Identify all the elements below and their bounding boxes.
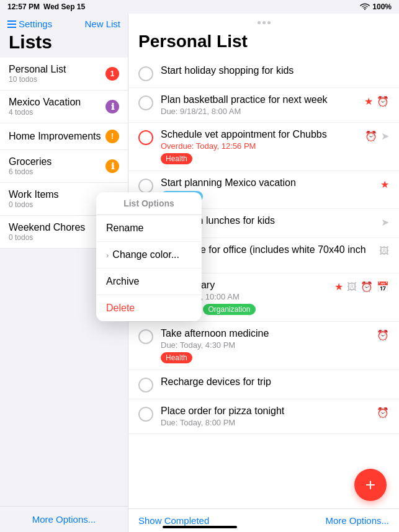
archive-label: Archive [106, 276, 139, 287]
list-item[interactable]: Groceries 6 todos ℹ [0, 150, 128, 183]
send-icon: ➤ [381, 216, 389, 228]
task-item[interactable]: Schedule vet appointment for Chubbs Over… [128, 123, 399, 171]
task-circle[interactable] [138, 66, 153, 81]
sidebar-title: Lists [0, 32, 128, 58]
settings-label: Settings [19, 19, 52, 29]
star-icon[interactable]: ★ [364, 95, 373, 107]
list-name: Mexico Vacation [9, 97, 81, 108]
list-item[interactable]: Home Improvements ! [0, 123, 128, 150]
task-circle[interactable] [138, 407, 153, 422]
show-completed-button[interactable]: Show Completed [138, 515, 209, 526]
list-count: 0 todos [9, 200, 59, 209]
task-actions: ★ 🖼 ⏰ 📅 [334, 281, 389, 293]
task-actions: ➤ [381, 216, 389, 228]
clock-icon: ⏰ [377, 329, 389, 341]
context-menu-header: List Options [96, 192, 202, 215]
context-menu-archive[interactable]: Archive [96, 268, 202, 295]
main-header [128, 14, 399, 29]
task-actions: ★ ⏰ [364, 95, 389, 107]
date: Wed Sep 15 [43, 2, 85, 11]
task-circle[interactable] [138, 329, 153, 344]
task-item[interactable]: Take afternoon medicine Due: Today, 4:30… [128, 322, 399, 370]
svg-point-0 [364, 9, 365, 10]
star-icon[interactable]: ★ [380, 179, 389, 190]
main-footer: Show Completed More Options... [128, 508, 399, 532]
task-due: Due: Today, 4:30 PM [161, 340, 372, 350]
clock-icon: ⏰ [365, 130, 377, 142]
sidebar-footer: More Options... [0, 506, 128, 532]
task-tag: Organization [203, 304, 255, 315]
list-count: 4 todos [9, 108, 81, 117]
task-title: Schedule vet appointment for Chubbs [161, 129, 360, 140]
task-title: Start planning Mexico vacation [161, 177, 375, 188]
list-name: Home Improvements [9, 131, 101, 142]
task-circle[interactable] [138, 179, 153, 193]
list-count: 0 todos [9, 233, 85, 242]
list-name: Work Items [9, 189, 59, 200]
task-tag: Health [161, 352, 192, 363]
task-actions: ⏰ [377, 329, 389, 341]
task-due: Due: 9/18/21, 8:00 AM [161, 107, 359, 116]
main-more-options-button[interactable]: More Options... [325, 515, 389, 526]
task-circle[interactable] [138, 130, 153, 145]
sidebar-header: Settings New List [0, 14, 128, 32]
list-name: Groceries [9, 156, 52, 167]
more-dots[interactable] [258, 21, 271, 24]
task-actions: ★ [380, 179, 389, 190]
clock-icon: ⏰ [377, 407, 389, 419]
task-tag: Health [161, 153, 192, 164]
clock-icon: ⏰ [361, 281, 373, 293]
send-icon: ➤ [381, 130, 389, 142]
list-name: Personal List [9, 64, 66, 75]
status-bar: 12:57 PM Wed Sep 15 100% [0, 0, 399, 14]
task-title: Start holiday shopping for kids [161, 65, 389, 76]
list-item[interactable]: Personal List 10 todos 1 [0, 58, 128, 91]
list-count: 10 todos [9, 75, 66, 84]
time: 12:57 PM [7, 2, 40, 11]
new-list-button[interactable]: New List [84, 19, 120, 29]
task-due: Overdue: Today, 12:56 PM [161, 141, 360, 151]
context-menu: List Options Rename › Change color... Ar… [96, 192, 202, 321]
context-menu-delete[interactable]: Delete [96, 295, 202, 321]
task-title: Take afternoon medicine [161, 328, 372, 339]
task-actions: ⏰ ➤ [365, 130, 389, 142]
task-title: Recharge devices for trip [161, 376, 389, 388]
svg-rect-3 [7, 27, 16, 28]
home-indicator [163, 526, 237, 528]
list-badge: ℹ [105, 159, 119, 173]
context-menu-rename[interactable]: Rename [96, 215, 202, 242]
star-icon[interactable]: ★ [334, 281, 343, 293]
task-circle[interactable] [138, 378, 153, 392]
image-icon: 🖼 [347, 282, 357, 293]
task-actions: 🖼 [379, 246, 389, 257]
delete-label: Delete [106, 303, 135, 314]
svg-rect-1 [7, 20, 16, 22]
list-name: Weekend Chores [9, 222, 85, 233]
settings-button[interactable]: Settings [7, 19, 52, 29]
rename-label: Rename [106, 223, 143, 234]
calendar-icon: 📅 [377, 281, 389, 293]
sidebar-more-options-button[interactable]: More Options... [9, 514, 119, 525]
plus-icon: + [365, 475, 375, 495]
task-title: Plan basketball practice for next week [161, 94, 359, 105]
task-item[interactable]: Start holiday shopping for kids [128, 59, 399, 88]
list-badge: ! [105, 130, 119, 143]
main-title: Personal List [128, 29, 399, 59]
task-title: Place order for pizza tonight [161, 406, 372, 417]
new-list-label: New List [84, 19, 120, 29]
change-color-label: Change color... [112, 249, 179, 260]
list-item[interactable]: Mexico Vacation 4 todos ℹ [0, 91, 128, 123]
task-item[interactable]: Place order for pizza tonight Due: Today… [128, 399, 399, 434]
svg-rect-2 [7, 24, 16, 25]
image-icon: 🖼 [379, 246, 389, 257]
battery: 100% [372, 2, 392, 11]
task-circle[interactable] [138, 95, 153, 110]
context-menu-change-color[interactable]: › Change color... [96, 242, 202, 268]
chevron-right-icon: › [106, 250, 109, 260]
add-task-button[interactable]: + [354, 469, 387, 501]
task-item[interactable]: Recharge devices for trip [128, 370, 399, 399]
task-item[interactable]: Plan basketball practice for next week D… [128, 88, 399, 123]
list-count: 6 todos [9, 167, 52, 176]
task-actions: ⏰ [377, 407, 389, 419]
list-badge: ℹ [105, 100, 119, 113]
